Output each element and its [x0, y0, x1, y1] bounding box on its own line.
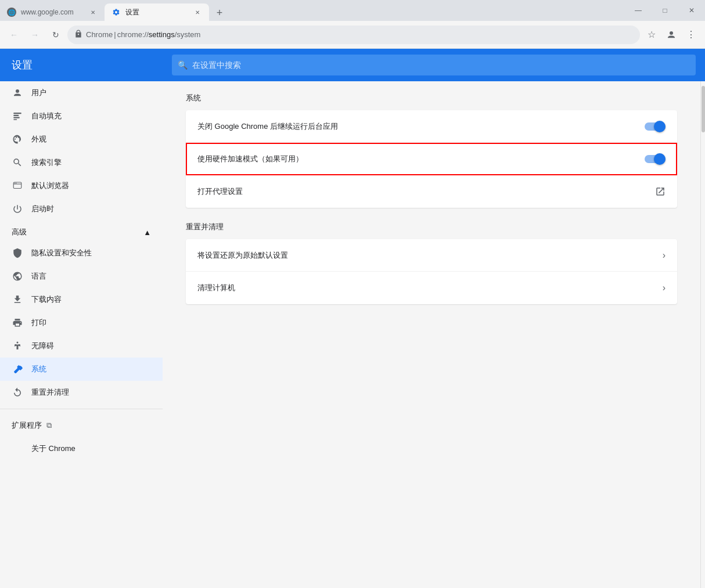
- toggle-thumb: [654, 121, 666, 132]
- sidebar-item-appearance[interactable]: 外观: [0, 128, 163, 151]
- sidebar-item-browser[interactable]: 默认浏览器: [0, 174, 163, 197]
- clean-computer-arrow: ›: [663, 283, 666, 293]
- svg-point-1: [16, 89, 19, 93]
- clean-computer-label: 清理计算机: [197, 283, 663, 293]
- system-card: 关闭 Google Chrome 后继续运行后台应用 使用硬件加速模式（如果可用…: [186, 110, 677, 208]
- browser-icon: [12, 180, 23, 192]
- sidebar-accessibility-label: 无障碍: [31, 341, 54, 351]
- hardware-accel-row: 使用硬件加速模式（如果可用）: [186, 143, 677, 175]
- restore-defaults-label: 将设置还原为原始默认设置: [197, 250, 663, 261]
- svg-rect-2: [13, 113, 21, 114]
- proxy-label: 打开代理设置: [197, 186, 655, 197]
- svg-point-6: [15, 139, 16, 140]
- svg-point-7: [16, 137, 17, 138]
- sidebar-item-user[interactable]: 用户: [0, 81, 163, 104]
- sidebar-item-about[interactable]: 关于 Chrome: [0, 437, 163, 460]
- menu-button[interactable]: ⋮: [682, 26, 700, 44]
- top-bar-search: 🔍: [163, 49, 705, 81]
- maximize-button[interactable]: □: [652, 0, 678, 21]
- sidebar-about-label: 关于 Chrome: [31, 443, 75, 454]
- sidebar-startup-label: 启动时: [31, 204, 54, 214]
- search-icon: 🔍: [178, 60, 188, 70]
- sidebar-item-startup[interactable]: 启动时: [0, 197, 163, 221]
- sidebar-item-privacy[interactable]: 隐私设置和安全性: [0, 241, 163, 265]
- person-icon: [12, 87, 23, 99]
- sidebar-privacy-label: 隐私设置和安全性: [31, 248, 92, 258]
- svg-point-13: [17, 342, 19, 344]
- sidebar-print-label: 打印: [31, 318, 46, 328]
- sidebar-item-autofill[interactable]: 自动填充: [0, 104, 163, 128]
- hardware-accel-toggle[interactable]: [645, 153, 666, 165]
- sidebar-item-language[interactable]: 语言: [0, 265, 163, 288]
- address-text: Chrome | chrome://settings/system: [86, 30, 200, 39]
- scrollbar-track[interactable]: [700, 81, 705, 588]
- toggle-background[interactable]: [645, 121, 666, 132]
- tab-settings[interactable]: 设置 ✕: [105, 3, 209, 21]
- settings-search-input[interactable]: [192, 60, 690, 70]
- wrench-icon: [12, 363, 23, 375]
- window-controls: — □ ✕: [625, 0, 705, 21]
- account-button[interactable]: [662, 26, 681, 44]
- svg-point-8: [18, 137, 19, 138]
- minimize-button[interactable]: —: [625, 0, 652, 21]
- sidebar-language-label: 语言: [31, 271, 46, 282]
- scrollbar-thumb[interactable]: [702, 86, 705, 132]
- reset-icon: [12, 387, 23, 398]
- search-icon-sidebar: [12, 157, 23, 168]
- sidebar: 用户 自动填充 外观 搜索引擎 默认浏览器: [0, 81, 163, 588]
- globe-icon: [12, 270, 23, 282]
- background-apps-row: 关闭 Google Chrome 后继续运行后台应用: [186, 110, 677, 143]
- tab-close-google[interactable]: ✕: [88, 8, 98, 17]
- main-layout: 用户 自动填充 外观 搜索引擎 默认浏览器: [0, 81, 705, 588]
- forward-button[interactable]: →: [26, 26, 44, 44]
- reset-section-title: 重置并清理: [186, 222, 677, 232]
- sidebar-appearance-label: 外观: [31, 134, 46, 145]
- sidebar-item-system[interactable]: 系统: [0, 358, 163, 381]
- back-button[interactable]: ←: [5, 26, 23, 44]
- tab-google[interactable]: 🌐 www.google.com ✕: [0, 3, 105, 21]
- tab-settings-label: 设置: [125, 8, 139, 17]
- tab-google-label: www.google.com: [21, 8, 74, 16]
- svg-point-11: [15, 183, 16, 184]
- background-apps-toggle[interactable]: [645, 121, 666, 132]
- sidebar-extensions-row[interactable]: 扩展程序 ⧉: [0, 414, 163, 437]
- sidebar-search-label: 搜索引擎: [31, 157, 62, 168]
- addressbar: ← → ↻ Chrome | chrome://settings/system …: [0, 21, 705, 49]
- sidebar-item-downloads[interactable]: 下载内容: [0, 288, 163, 311]
- sidebar-user-label: 用户: [31, 88, 46, 98]
- proxy-row[interactable]: 打开代理设置: [186, 175, 677, 208]
- address-box[interactable]: Chrome | chrome://settings/system: [67, 26, 640, 44]
- close-button[interactable]: ✕: [678, 0, 705, 21]
- sidebar-autofill-label: 自动填充: [31, 111, 62, 121]
- toolbar-icons: ☆ ⋮: [642, 26, 700, 44]
- shield-icon: [12, 247, 23, 259]
- reset-card: 将设置还原为原始默认设置 › 清理计算机 ›: [186, 239, 677, 304]
- refresh-button[interactable]: ↻: [46, 26, 65, 44]
- address-chrome-label: Chrome: [86, 30, 113, 39]
- tab-favicon-settings: [111, 8, 121, 17]
- svg-point-12: [16, 183, 17, 184]
- autofill-icon: [12, 110, 23, 122]
- clean-computer-row[interactable]: 清理计算机 ›: [186, 272, 677, 304]
- top-bar: 设置 🔍: [0, 49, 705, 81]
- new-tab-button[interactable]: +: [211, 5, 228, 21]
- hardware-accel-label: 使用硬件加速模式（如果可用）: [197, 154, 645, 164]
- sidebar-item-reset[interactable]: 重置并清理: [0, 381, 163, 404]
- system-section-title: 系统: [186, 93, 677, 103]
- accessibility-icon: [12, 340, 23, 352]
- toggle-hardware[interactable]: [645, 153, 666, 165]
- system-section: 系统 关闭 Google Chrome 后继续运行后台应用 使用硬件加速模式（如…: [186, 93, 677, 208]
- sidebar-item-accessibility[interactable]: 无障碍: [0, 334, 163, 358]
- sidebar-divider: [0, 409, 163, 409]
- bookmark-button[interactable]: ☆: [642, 26, 661, 44]
- tab-close-settings[interactable]: ✕: [193, 8, 202, 17]
- power-icon: [12, 203, 23, 215]
- svg-rect-5: [13, 119, 17, 120]
- sidebar-item-search[interactable]: 搜索引擎: [0, 151, 163, 174]
- sidebar-item-print[interactable]: 打印: [0, 311, 163, 334]
- titlebar: 🌐 www.google.com ✕ 设置 ✕ + — □ ✕: [0, 0, 705, 21]
- search-input-wrap: 🔍: [172, 55, 696, 75]
- restore-defaults-row[interactable]: 将设置还原为原始默认设置 ›: [186, 239, 677, 272]
- background-apps-label: 关闭 Google Chrome 后继续运行后台应用: [197, 121, 645, 132]
- lock-icon: [74, 30, 82, 39]
